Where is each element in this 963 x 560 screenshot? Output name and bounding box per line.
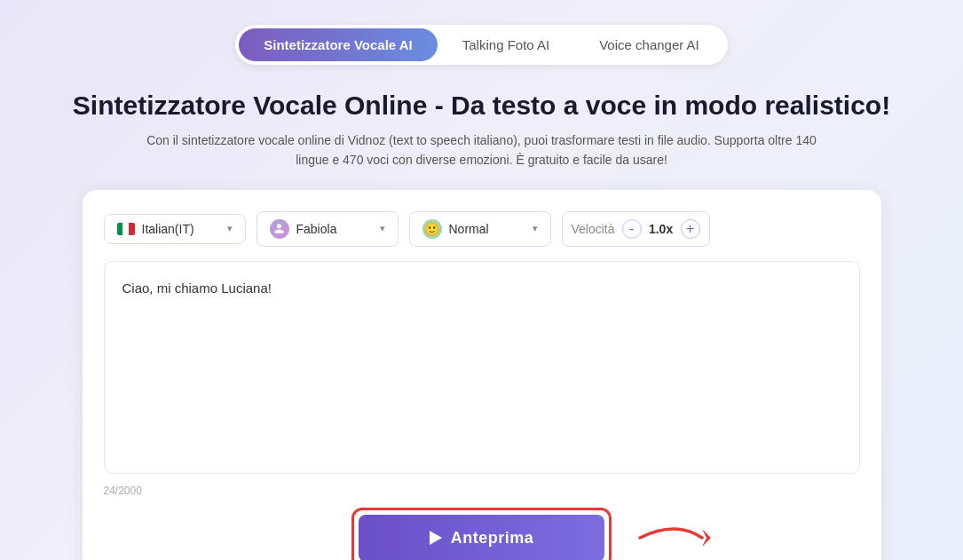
velocity-control: Velocità - 1.0x + [562, 211, 710, 247]
emotion-dropdown[interactable]: 🙂 Normal ▾ [409, 211, 551, 247]
emotion-chevron-icon: ▾ [533, 223, 538, 234]
voice-person-icon [270, 219, 289, 239]
language-label: Italian(IT) [142, 222, 217, 236]
language-dropdown[interactable]: Italian(IT) ▾ [104, 214, 246, 244]
preview-area: Anteprima [104, 515, 860, 560]
preview-button-wrapper: Anteprima [359, 515, 605, 560]
page-title: Sintetizzatore Vocale Online - Da testo … [73, 90, 890, 122]
tab-talking-foto[interactable]: Talking Foto AI [438, 28, 574, 61]
tab-sintetizzatore[interactable]: Sintetizzatore Vocale AI [239, 28, 438, 61]
text-input[interactable] [104, 261, 860, 474]
language-chevron-icon: ▾ [227, 223, 233, 234]
voice-label: Fabiola [296, 222, 369, 236]
italy-flag-icon [117, 223, 135, 235]
controls-row: Italian(IT) ▾ Fabiola ▾ 🙂 Normal ▾ Veloc… [104, 211, 860, 247]
velocity-label: Velocità [572, 222, 615, 236]
preview-button-label: Anteprima [451, 529, 534, 548]
play-icon [430, 531, 442, 545]
char-count: 24/2000 [104, 485, 860, 497]
red-arrow [622, 516, 711, 560]
velocity-increment-button[interactable]: + [681, 219, 700, 239]
voice-dropdown[interactable]: Fabiola ▾ [257, 211, 399, 247]
tab-navigation: Sintetizzatore Vocale AI Talking Foto AI… [235, 25, 728, 65]
emotion-smile-icon: 🙂 [422, 219, 442, 239]
emotion-label: Normal [449, 222, 522, 236]
velocity-decrement-button[interactable]: - [622, 219, 642, 239]
velocity-value: 1.0x [649, 222, 674, 236]
page-subtitle: Con il sintetizzatore vocale online di V… [136, 130, 828, 170]
voice-chevron-icon: ▾ [380, 223, 385, 234]
preview-button[interactable]: Anteprima [359, 515, 605, 560]
tab-voice-changer[interactable]: Voice changer AI [574, 28, 724, 61]
main-card: Italian(IT) ▾ Fabiola ▾ 🙂 Normal ▾ Veloc… [83, 190, 881, 560]
